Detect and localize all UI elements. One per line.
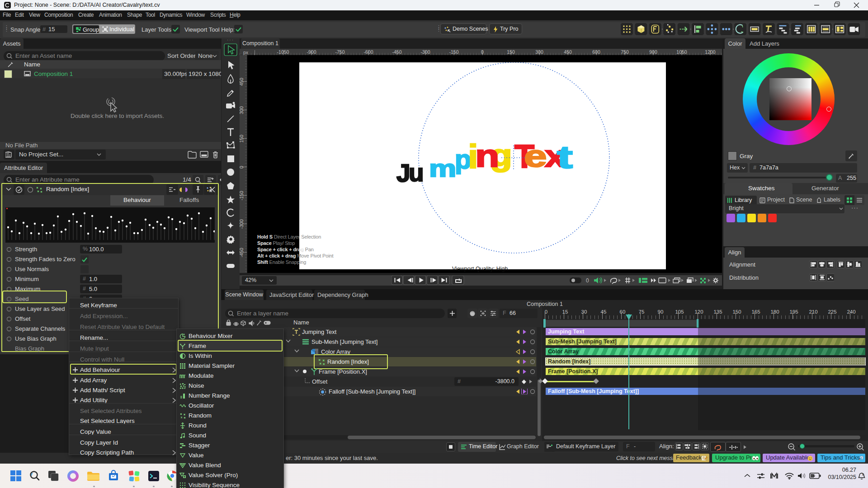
svg-text:z: z — [862, 473, 864, 476]
svg-text:0: 0 — [586, 277, 589, 284]
